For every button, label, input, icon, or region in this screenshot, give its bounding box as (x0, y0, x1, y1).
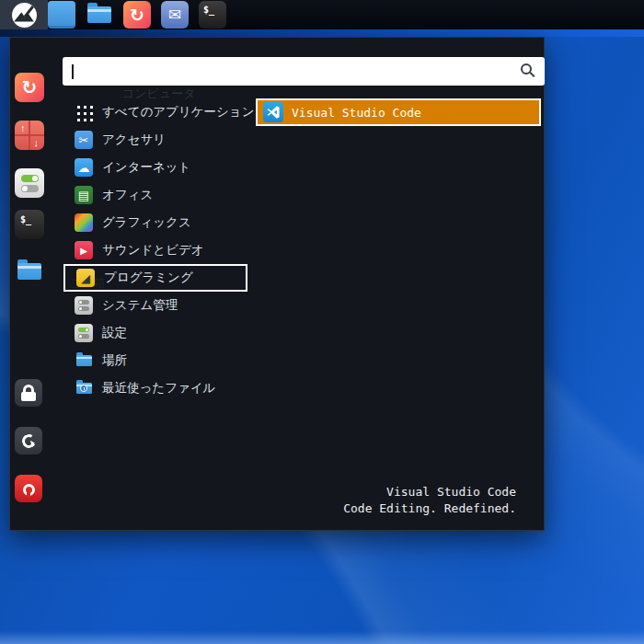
category-system-admin[interactable]: システム管理 (63, 292, 247, 319)
app-description: Visual Studio Code Code Editing. Redefin… (343, 484, 516, 517)
play-icon: ▶ (75, 241, 93, 259)
app-item-label: Visual Studio Code (292, 106, 421, 120)
rainbow-icon (75, 213, 93, 232)
terminal-icon[interactable]: $_ (199, 1, 226, 29)
envelope-glyph: ✉ (168, 6, 181, 25)
desktop-window-icon[interactable] (48, 1, 75, 29)
toggles-green-icon (75, 324, 93, 342)
app-description-title: Visual Studio Code (343, 484, 516, 500)
terminal-prompt-glyph: $_ (203, 5, 214, 15)
toggle-on-icon (21, 175, 39, 182)
search-input[interactable] (63, 57, 545, 86)
text-caret (72, 64, 74, 79)
file-manager-icon[interactable] (86, 1, 113, 29)
sidebar-file-manager-button[interactable] (15, 257, 44, 286)
refresh-arrow-icon: ↻ (22, 76, 38, 98)
category-accessories[interactable]: ✂ アクセサリ (63, 126, 247, 154)
cloud-icon: ☁ (75, 158, 93, 177)
scissors-icon: ✂ (75, 131, 93, 149)
power-icon (23, 484, 35, 496)
category-list: すべてのアプリケーション ✂ アクセサリ ☁ インターネット ▤ オフィス グラ… (63, 98, 247, 402)
refresh-arrow-glyph: ↻ (130, 5, 144, 26)
logout-icon (20, 432, 37, 449)
category-recent-files[interactable]: 最近使ったファイル (63, 374, 247, 402)
set-square-icon: ◢ (76, 269, 95, 287)
toggle-off-icon (21, 185, 39, 192)
category-all-applications[interactable]: すべてのアプリケーション (63, 98, 247, 126)
toggles-gray-icon (75, 296, 93, 315)
sidebar-settings-button[interactable] (15, 168, 44, 198)
vscode-icon (263, 102, 283, 122)
sidebar-browser-session-button[interactable]: ↻ (15, 73, 44, 102)
folder-icon (87, 6, 111, 23)
category-programming[interactable]: ◢ プログラミング (63, 264, 247, 292)
wallpaper-top-band (0, 29, 644, 37)
wallpaper-bottom-band (0, 631, 644, 644)
folder-icon (75, 351, 93, 370)
sidebar-software-updates-button[interactable] (15, 121, 44, 150)
category-internet[interactable]: ☁ インターネット (63, 154, 247, 181)
terminal-prompt-glyph: $_ (20, 214, 31, 224)
app-menu-button[interactable] (0, 0, 48, 29)
search-icon (521, 63, 532, 75)
category-settings[interactable]: 設定 (63, 319, 247, 347)
shut-down-button[interactable] (15, 475, 42, 502)
taskbar: ↻ ✉ $_ (0, 0, 644, 29)
mail-icon[interactable]: ✉ (161, 1, 189, 29)
distro-logo-icon (12, 3, 37, 28)
application-menu: コンピュータ ごみ箱 ↻ $_ すべてのアプリケーション (9, 37, 545, 531)
category-office[interactable]: ▤ オフィス (63, 181, 247, 209)
category-sound-video[interactable]: ▶ サウンドとビデオ (63, 236, 247, 264)
sidebar-terminal-button[interactable]: $_ (15, 210, 44, 239)
category-places[interactable]: 場所 (63, 347, 247, 374)
document-icon: ▤ (75, 186, 93, 204)
updates-grid-icon (15, 121, 44, 150)
app-description-subtitle: Code Editing. Redefined. (343, 500, 516, 517)
folder-clock-icon (75, 379, 93, 397)
web-browser-icon[interactable]: ↻ (123, 1, 151, 29)
category-graphics[interactable]: グラフィックス (63, 209, 247, 236)
log-out-button[interactable] (15, 427, 42, 454)
all-applications-grid-icon (75, 103, 93, 121)
lock-screen-button[interactable] (15, 379, 42, 407)
folder-icon (17, 263, 41, 280)
app-item-visual-studio-code[interactable]: Visual Studio Code (256, 98, 541, 126)
